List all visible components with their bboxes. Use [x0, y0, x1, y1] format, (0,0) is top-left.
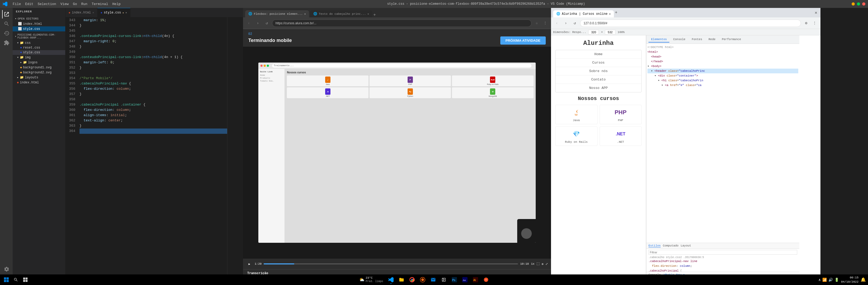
nav-contato[interactable]: Contato — [556, 75, 641, 84]
close-right-browser[interactable]: ✕ — [815, 10, 818, 15]
volume-icon[interactable]: 🔊 — [828, 278, 833, 282]
menu-help[interactable]: Help — [112, 2, 120, 6]
expand-icon[interactable]: ⤢ — [546, 262, 548, 266]
devtools-tab-console[interactable]: Console — [671, 37, 688, 42]
refresh-button[interactable]: ↺ — [263, 20, 271, 27]
new-right-tab-button[interactable]: + — [615, 10, 618, 15]
maximize-button[interactable] — [857, 2, 860, 5]
weather-widget[interactable]: ⛅ 23°C Pred. limpo — [357, 275, 385, 284]
taskbar-chrome[interactable] — [407, 275, 417, 284]
menu-icon[interactable]: ⋮ — [541, 20, 549, 27]
taskbar-ae[interactable]: Ae — [460, 275, 470, 284]
address-bar-input[interactable] — [272, 20, 531, 27]
tree-reset-css[interactable]: ● reset.css — [13, 45, 65, 50]
layout-tab[interactable]: Layout — [681, 244, 691, 248]
tree-bg2-svg[interactable]: ◆ background2.svg — [13, 70, 65, 75]
devtools-tab-elements[interactable]: Elementos — [649, 37, 669, 42]
right-menu-icon[interactable]: ⋮ — [811, 20, 818, 27]
devtools-tab-network[interactable]: Rede — [706, 37, 718, 42]
clock[interactable]: 00:15 04/10/2022 — [841, 276, 859, 284]
right-address-input[interactable] — [580, 20, 801, 27]
open-editors-header[interactable]: ▾ OPEN EDITORS — [13, 16, 65, 22]
battery-icon[interactable]: 🔋 — [834, 278, 839, 282]
fullscreen-icon[interactable]: ⛶ — [536, 262, 539, 266]
play-button[interactable]: ▶ — [246, 261, 252, 267]
styles-filter[interactable] — [649, 250, 797, 255]
close-tab-index-html[interactable]: ✕ — [92, 11, 94, 14]
video-progress[interactable] — [264, 263, 518, 264]
right-back-button[interactable]: ‹ — [553, 20, 561, 27]
menu-terminal[interactable]: Terminal — [92, 2, 108, 6]
menu-file[interactable]: File — [13, 2, 21, 6]
bookmark-icon[interactable]: ☆ — [533, 20, 540, 27]
close-button[interactable] — [862, 2, 865, 5]
tree-bg1-svg[interactable]: ◆ background1.svg — [13, 65, 65, 70]
styles-tab[interactable]: Estilos — [649, 244, 661, 248]
browser-tab-cabecalho[interactable]: 🌐 Texto do cabeçalho princ... ✕ — [310, 10, 372, 17]
open-file-index-html[interactable]: ⬜ index.html — [13, 22, 65, 26]
taskbar-ai[interactable]: Ai — [471, 275, 480, 284]
close-tab-flexbox[interactable]: ✕ — [304, 12, 306, 15]
start-button[interactable] — [2, 276, 10, 284]
taskbar-mail[interactable] — [429, 275, 438, 284]
tree-img-folder[interactable]: ▾ 📁 img — [13, 55, 65, 60]
close-tab-style-css[interactable]: ✕ — [125, 11, 127, 14]
next-activity-button[interactable]: PRÓXIMA ATIVIDADE — [500, 36, 546, 45]
code-editor[interactable]: 343 344 345 346 347 348 349 350 351 352 … — [65, 17, 243, 279]
taskbar-explorer[interactable] — [397, 275, 406, 284]
devtools-tab-performance[interactable]: Performance — [719, 37, 744, 42]
minimize-button[interactable] — [851, 2, 855, 5]
notifications-icon[interactable]: 🔔 — [861, 277, 866, 282]
menu-selection[interactable]: Selection — [37, 2, 56, 6]
settings-gear-icon[interactable]: ⚙ — [541, 262, 544, 266]
code-content[interactable]: margin: 1%; } .conteudoPrincipal-cursos-… — [78, 17, 227, 279]
menu-go[interactable]: Go — [73, 2, 77, 6]
search-icon[interactable] — [2, 20, 10, 28]
taskbar-photoshop[interactable]: Ps — [450, 275, 459, 284]
menu-view[interactable]: View — [61, 2, 69, 6]
nav-app[interactable]: Nosso APP — [556, 84, 641, 92]
taskbar-search[interactable] — [11, 276, 20, 284]
taskbar-terminal[interactable] — [439, 275, 448, 284]
menu-run[interactable]: Run — [81, 2, 87, 6]
speed-indicator[interactable]: 1x — [531, 262, 534, 266]
tree-logos-folder[interactable]: ▸ 📁 logos — [13, 60, 65, 65]
nav-cursos[interactable]: Cursos — [556, 59, 641, 67]
taskbar-firefox[interactable] — [418, 275, 427, 284]
menu-edit[interactable]: Edit — [25, 2, 33, 6]
right-settings-icon[interactable]: ⚙ — [803, 20, 810, 27]
tree-layouts-folder[interactable]: ▸ 📁 layouts — [13, 75, 65, 80]
code-line-358 — [80, 97, 227, 102]
back-button[interactable]: ‹ — [245, 20, 252, 27]
right-refresh-button[interactable]: ↺ — [571, 20, 579, 27]
tree-index-html[interactable]: ◆ index.html — [13, 80, 65, 85]
settings-icon[interactable] — [2, 265, 10, 273]
devtools-tab-sources[interactable]: Fontes — [689, 37, 705, 42]
forward-button[interactable]: › — [254, 20, 261, 27]
files-header[interactable]: ▾ POSICIONE-ELEMENTOS-COM-FLEXBOX-809F..… — [13, 32, 65, 40]
nav-sobre[interactable]: Sobre nós — [556, 67, 641, 75]
extensions-icon[interactable] — [2, 39, 10, 47]
task-view-icon[interactable] — [21, 276, 30, 284]
tab-index-html[interactable]: ◆ index.html ✕ — [65, 8, 97, 17]
width-input[interactable] — [588, 30, 599, 35]
explorer-icon[interactable] — [2, 10, 10, 19]
tab-style-css[interactable]: ◆ style.css ● ✕ — [97, 8, 130, 17]
right-browser-tab[interactable]: 🌐 Alurinha | Cursos online ✕ — [553, 10, 614, 17]
tree-style-css[interactable]: ● style.css — [13, 50, 65, 55]
nav-home[interactable]: Home — [556, 50, 641, 59]
source-control-icon[interactable] — [2, 29, 10, 37]
right-forward-button[interactable]: › — [562, 20, 569, 27]
taskbar-vscode[interactable] — [386, 275, 396, 284]
tree-css-folder[interactable]: ▾ 📁 css — [13, 40, 65, 45]
open-file-style-css[interactable]: ⬜ style.css — [13, 26, 65, 31]
tray-chevron[interactable]: ∧ — [818, 278, 821, 282]
height-input[interactable] — [605, 30, 616, 35]
new-tab-button[interactable]: + — [373, 13, 376, 17]
close-right-tab[interactable]: ✕ — [609, 12, 611, 15]
computed-tab[interactable]: Computado — [663, 244, 678, 248]
network-icon[interactable]: 📶 — [822, 278, 827, 282]
close-tab-cabecalho[interactable]: ✕ — [367, 12, 369, 15]
taskbar-figma[interactable] — [481, 275, 491, 284]
browser-tab-flexbox[interactable]: 🌐 Flexbox: posicione elemen... ✕ — [245, 10, 309, 17]
